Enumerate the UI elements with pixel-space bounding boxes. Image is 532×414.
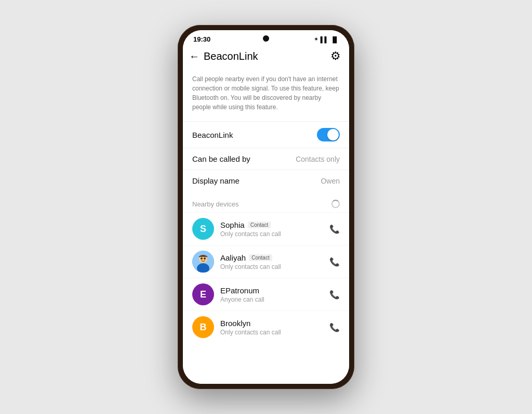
app-bar-left: ← BeaconLink [189,50,258,62]
nearby-devices-title: Nearby devices [192,200,239,208]
call-button-aaliyah[interactable]: 📞 [329,257,340,267]
signal-icon: ▌▌ [321,36,329,43]
display-name-label: Display name [192,176,240,185]
device-name-sophia: Sophia [220,221,245,229]
device-sub-sophia: Only contacts can call [220,230,323,238]
device-info-brooklyn: BrooklynOnly contacts can call [220,319,323,336]
beaconlink-setting-row: BeaconLink [183,121,349,148]
display-name-value: Owen [321,177,340,185]
device-info-sophia: SophiaContactOnly contacts can call [220,221,323,238]
device-item-epatronum: EEPatronumAnyone can call📞 [183,278,349,310]
back-button[interactable]: ← [189,50,200,62]
device-sub-epatronum: Anyone can call [220,296,323,303]
contact-badge-aaliyah: Contact [249,254,272,261]
app-title: BeaconLink [204,50,258,62]
device-info-aaliyah: AaliyahContactOnly contacts can call [220,253,323,270]
avatar-epatronum: E [192,283,214,305]
device-item-brooklyn: BBrooklynOnly contacts can call📞 [183,310,349,343]
device-name-row-brooklyn: Brooklyn [220,319,323,328]
device-list: SSophiaContactOnly contacts can call📞 Aa… [183,212,349,343]
device-item-sophia: SSophiaContactOnly contacts can call📞 [183,212,349,245]
svg-point-4 [204,257,206,260]
device-info-epatronum: EPatronumAnyone can call [220,286,323,303]
call-button-sophia[interactable]: 📞 [329,224,340,234]
display-name-row[interactable]: Display name Owen [183,170,349,191]
device-name-row-sophia: SophiaContact [220,221,323,229]
device-sub-aaliyah: Only contacts can call [220,263,323,270]
beaconlink-toggle[interactable] [317,128,340,141]
device-name-row-epatronum: EPatronum [220,286,323,295]
battery-icon: ▐▌ [330,36,339,43]
contact-badge-sophia: Contact [248,222,271,228]
phone-frame: 19:30 ✶ ▌▌ ▐▌ ← BeaconLink ⚙ Call people… [178,25,354,389]
can-be-called-label: Can be called by [192,154,250,163]
call-button-epatronum[interactable]: 📞 [329,290,340,300]
loading-spinner [331,200,340,208]
svg-point-3 [201,257,203,260]
nearby-devices-header: Nearby devices [183,191,349,212]
device-name-epatronum: EPatronum [220,286,259,295]
device-name-row-aaliyah: AaliyahContact [220,253,323,262]
status-bar: 19:30 ✶ ▌▌ ▐▌ [183,30,349,45]
can-be-called-row[interactable]: Can be called by Contacts only [183,148,349,170]
avatar-brooklyn: B [192,316,214,338]
phone-screen: 19:30 ✶ ▌▌ ▐▌ ← BeaconLink ⚙ Call people… [183,30,349,384]
status-icons: ✶ ▌▌ ▐▌ [314,36,339,43]
camera-notch [263,35,269,42]
settings-button[interactable]: ⚙ [330,49,341,63]
main-content: Call people nearby even if you don't hav… [183,67,349,384]
can-be-called-value: Contacts only [296,155,340,163]
device-sub-brooklyn: Only contacts can call [220,329,323,336]
avatar-sophia: S [192,218,214,240]
call-button-brooklyn[interactable]: 📞 [329,322,340,332]
avatar-aaliyah [192,251,214,273]
device-item-aaliyah: AaliyahContactOnly contacts can call📞 [183,245,349,278]
beaconlink-label: BeaconLink [192,131,233,139]
description-text: Call people nearby even if you don't hav… [183,67,349,121]
device-name-brooklyn: Brooklyn [220,319,250,328]
bluetooth-icon: ✶ [314,36,318,43]
status-time: 19:30 [193,35,210,43]
app-bar: ← BeaconLink ⚙ [183,45,349,67]
device-name-aaliyah: Aaliyah [220,253,246,262]
toggle-knob [327,129,339,140]
